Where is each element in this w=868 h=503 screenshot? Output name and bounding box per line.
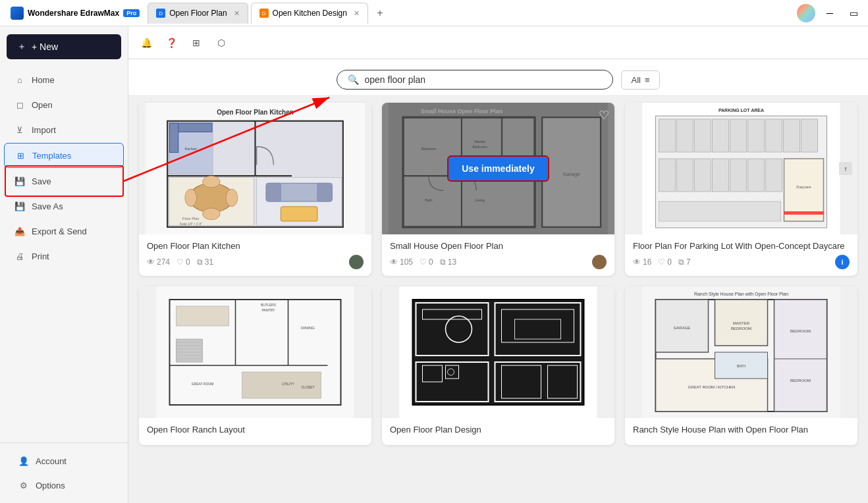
template-card-1[interactable]: Open Floor Plan Kitchen Kitchen bbox=[139, 103, 371, 276]
card-info-5: Open Floor Plan Design bbox=[382, 418, 614, 445]
copy-icon-2: ⧉ bbox=[440, 257, 446, 267]
eye-icon-1: 👁 bbox=[147, 257, 155, 267]
svg-text:BATH: BATH bbox=[737, 364, 746, 368]
svg-text:Scale 1/4" = 1'-0": Scale 1/4" = 1'-0" bbox=[180, 223, 202, 226]
app-name: Wondershare EdrawMax bbox=[28, 9, 119, 18]
svg-text:CLOSET: CLOSET bbox=[301, 385, 314, 389]
card-title-6: Ranch Style House Plan with Open Floor P… bbox=[633, 425, 850, 435]
maximize-button[interactable]: ▭ bbox=[844, 4, 863, 22]
svg-text:Kitchen: Kitchen bbox=[184, 147, 197, 151]
search-area: 🔍 All ≡ bbox=[128, 59, 868, 95]
card-stats-3: 👁 16 ♡ 0 ⧉ 7 i bbox=[633, 255, 850, 269]
template-card-6[interactable]: Ranch Style House Plan with Open Floor P… bbox=[625, 286, 857, 445]
new-label: + New bbox=[32, 41, 58, 52]
floor-plan-4-svg: KITCHEN BUTLERS PANTRY DINING bbox=[139, 286, 371, 418]
svg-rect-47 bbox=[784, 119, 800, 152]
svg-text:MASTER: MASTER bbox=[733, 321, 750, 325]
svg-text:DINING: DINING bbox=[301, 326, 315, 330]
add-tab-button[interactable]: + bbox=[371, 4, 389, 22]
sidebar-export-label: Export & Send bbox=[32, 226, 87, 236]
search-icon: 🔍 bbox=[348, 74, 359, 85]
minimize-button[interactable]: ─ bbox=[821, 4, 839, 22]
svg-text:PARKING LOT AREA: PARKING LOT AREA bbox=[719, 108, 764, 113]
search-box: 🔍 bbox=[337, 70, 613, 90]
card-title-2: Small House Open Floor Plan bbox=[390, 241, 607, 251]
svg-rect-41 bbox=[677, 119, 693, 152]
template-card-4[interactable]: KITCHEN BUTLERS PANTRY DINING bbox=[139, 286, 371, 445]
heart-icon-2: ♡ bbox=[420, 257, 427, 267]
filter-list-icon: ≡ bbox=[645, 75, 650, 85]
sidebar-item-save[interactable]: 💾 Save bbox=[4, 169, 124, 193]
share-icon[interactable]: ⬡ bbox=[211, 33, 231, 53]
sidebar-item-open[interactable]: ◻ Open bbox=[4, 93, 124, 117]
svg-text:BEDROOM: BEDROOM bbox=[790, 379, 811, 383]
floor-plan-5-svg bbox=[382, 286, 614, 418]
sidebar-item-account[interactable]: 👤 Account bbox=[8, 449, 120, 473]
sidebar-options-label: Options bbox=[36, 481, 65, 490]
copies-1: ⧉ 31 bbox=[197, 257, 213, 267]
new-icon: ＋ bbox=[17, 41, 26, 53]
card-avatar-2 bbox=[592, 255, 607, 269]
sidebar-item-print[interactable]: 🖨 Print bbox=[4, 244, 124, 268]
template-card-3[interactable]: PARKING LOT AREA bbox=[625, 103, 857, 276]
svg-text:GREAT ROOM / KITCHEN: GREAT ROOM / KITCHEN bbox=[688, 385, 736, 389]
card-info-4: Open Floor Ranch Layout bbox=[139, 418, 371, 445]
svg-rect-52 bbox=[713, 159, 729, 192]
avatar[interactable] bbox=[797, 4, 815, 22]
grid-icon[interactable]: ⊞ bbox=[186, 33, 206, 53]
card-stats-2: 👁 105 ♡ 0 ⧉ 13 bbox=[390, 255, 607, 269]
svg-rect-44 bbox=[730, 119, 747, 152]
sidebar-item-options[interactable]: ⚙ Options bbox=[8, 473, 120, 497]
likes-3: ♡ 0 bbox=[658, 257, 672, 267]
use-immediately-button[interactable]: Use immediately bbox=[447, 155, 549, 182]
likes-count-3: 0 bbox=[667, 257, 672, 267]
app-brand: Wondershare EdrawMax Pro bbox=[5, 4, 145, 22]
print-icon: 🖨 bbox=[14, 251, 25, 261]
filter-button[interactable]: All ≡ bbox=[621, 70, 659, 90]
overlay-heart-icon[interactable]: ♡ bbox=[599, 108, 609, 122]
svg-rect-55 bbox=[766, 159, 782, 192]
main-layout: ＋ + New ⌂ Home ◻ Open ⊻ Import ⊞ Templat… bbox=[0, 26, 868, 503]
svg-rect-48 bbox=[801, 119, 818, 152]
svg-rect-43 bbox=[713, 119, 729, 152]
sidebar-item-save-as[interactable]: 💾 Save As bbox=[4, 194, 124, 218]
sidebar-item-home[interactable]: ⌂ Home bbox=[4, 68, 124, 92]
svg-rect-15 bbox=[266, 183, 281, 201]
export-icon: 📤 bbox=[14, 226, 25, 236]
sidebar: ＋ + New ⌂ Home ◻ Open ⊻ Import ⊞ Templat… bbox=[0, 26, 128, 503]
template-card-2[interactable]: Small House Open Floor Plan Garage Bedro… bbox=[382, 103, 614, 276]
bell-icon[interactable]: 🔔 bbox=[136, 33, 156, 53]
copy-icon-3: ⧉ bbox=[678, 257, 684, 267]
filter-label: All bbox=[631, 75, 640, 85]
sidebar-item-export[interactable]: 📤 Export & Send bbox=[4, 219, 124, 243]
svg-text:Open Floor Plan Kitchen: Open Floor Plan Kitchen bbox=[217, 109, 294, 116]
svg-text:GREAT ROOM: GREAT ROOM bbox=[192, 382, 214, 386]
svg-text:GARAGE: GARAGE bbox=[674, 326, 691, 330]
card-img-1: Open Floor Plan Kitchen Kitchen bbox=[139, 103, 371, 234]
eye-icon-3: 👁 bbox=[633, 257, 641, 267]
card-title-3: Floor Plan For Parking Lot With Open-Con… bbox=[633, 241, 850, 251]
sidebar-item-templates[interactable]: ⊞ Templates bbox=[4, 143, 124, 168]
views-count-2: 105 bbox=[400, 257, 413, 267]
sidebar-templates-label: Templates bbox=[32, 151, 71, 161]
help-icon[interactable]: ❓ bbox=[161, 33, 181, 53]
scroll-to-top-button[interactable]: ↑ bbox=[839, 162, 852, 175]
tab-open-kitchen-design[interactable]: D Open Kitchen Design ✕ bbox=[251, 3, 368, 24]
title-actions: ─ ▭ bbox=[797, 4, 863, 22]
search-input[interactable] bbox=[364, 74, 602, 85]
svg-rect-49 bbox=[659, 159, 676, 192]
new-button[interactable]: ＋ + New bbox=[7, 34, 121, 59]
svg-rect-51 bbox=[695, 159, 711, 192]
likes-1: ♡ 0 bbox=[176, 257, 190, 267]
tab2-close[interactable]: ✕ bbox=[354, 9, 360, 18]
card-img-2: Small House Open Floor Plan Garage Bedro… bbox=[382, 103, 614, 234]
views-2: 👁 105 bbox=[390, 257, 413, 267]
tab-open-floor-plan[interactable]: D Open Floor Plan ✕ bbox=[148, 3, 248, 24]
tab1-close[interactable]: ✕ bbox=[234, 9, 240, 18]
sidebar-item-import[interactable]: ⊻ Import bbox=[4, 118, 124, 142]
svg-text:Daycare: Daycare bbox=[796, 185, 811, 189]
svg-rect-53 bbox=[730, 159, 747, 192]
template-card-5[interactable]: Open Floor Plan Design bbox=[382, 286, 614, 445]
card-overlay-2: Use immediately ♡ bbox=[382, 103, 614, 234]
app-icon bbox=[11, 7, 24, 20]
